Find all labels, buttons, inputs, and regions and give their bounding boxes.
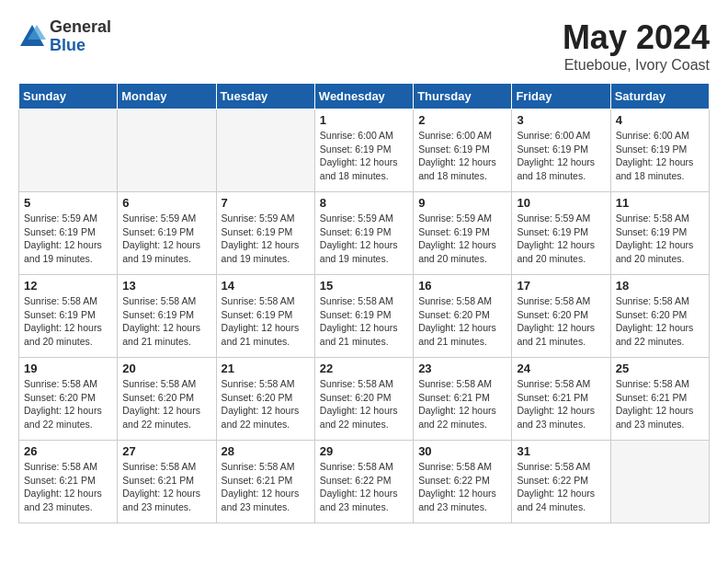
calendar-cell: 10Sunrise: 5:59 AM Sunset: 6:19 PM Dayli…	[512, 192, 610, 275]
logo: General Blue	[18, 18, 111, 55]
day-info: Sunrise: 5:58 AM Sunset: 6:20 PM Dayligh…	[616, 294, 704, 349]
calendar-cell	[118, 109, 216, 192]
weekday-header: Saturday	[610, 84, 709, 109]
day-info: Sunrise: 5:58 AM Sunset: 6:22 PM Dayligh…	[418, 460, 506, 514]
calendar-cell: 3Sunrise: 6:00 AM Sunset: 6:19 PM Daylig…	[512, 109, 610, 192]
weekday-header: Wednesday	[314, 84, 413, 109]
day-number: 29	[320, 444, 408, 458]
calendar-cell: 19Sunrise: 5:58 AM Sunset: 6:20 PM Dayli…	[19, 358, 118, 441]
calendar-cell: 8Sunrise: 5:59 AM Sunset: 6:19 PM Daylig…	[314, 192, 413, 275]
calendar-cell	[216, 109, 314, 192]
weekday-header: Thursday	[414, 84, 512, 109]
day-number: 26	[24, 444, 112, 458]
logo-general: General	[50, 18, 111, 37]
calendar-cell: 18Sunrise: 5:58 AM Sunset: 6:20 PM Dayli…	[610, 275, 709, 358]
day-number: 17	[517, 279, 605, 293]
day-info: Sunrise: 5:58 AM Sunset: 6:22 PM Dayligh…	[517, 460, 605, 514]
day-number: 12	[24, 279, 112, 293]
calendar-week-row: 5Sunrise: 5:59 AM Sunset: 6:19 PM Daylig…	[19, 192, 710, 275]
day-info: Sunrise: 5:58 AM Sunset: 6:19 PM Dayligh…	[616, 212, 704, 266]
calendar-cell: 16Sunrise: 5:58 AM Sunset: 6:20 PM Dayli…	[414, 275, 512, 358]
main-title: May 2024	[563, 18, 710, 57]
day-number: 16	[418, 279, 506, 293]
calendar-cell: 26Sunrise: 5:58 AM Sunset: 6:21 PM Dayli…	[19, 441, 118, 523]
calendar-cell: 12Sunrise: 5:58 AM Sunset: 6:19 PM Dayli…	[19, 275, 118, 358]
day-number: 15	[320, 279, 408, 293]
calendar: SundayMondayTuesdayWednesdayThursdayFrid…	[18, 83, 710, 523]
day-info: Sunrise: 5:58 AM Sunset: 6:20 PM Dayligh…	[418, 294, 506, 349]
calendar-cell: 27Sunrise: 5:58 AM Sunset: 6:21 PM Dayli…	[118, 441, 216, 523]
calendar-cell: 7Sunrise: 5:59 AM Sunset: 6:19 PM Daylig…	[216, 192, 314, 275]
day-number: 3	[517, 113, 605, 127]
weekday-header: Friday	[512, 84, 610, 109]
day-number: 2	[418, 113, 506, 127]
day-number: 22	[320, 362, 408, 375]
logo-blue: Blue	[50, 37, 111, 55]
day-number: 19	[24, 362, 112, 375]
day-info: Sunrise: 5:58 AM Sunset: 6:19 PM Dayligh…	[122, 294, 210, 349]
day-info: Sunrise: 5:58 AM Sunset: 6:20 PM Dayligh…	[122, 377, 210, 431]
day-info: Sunrise: 5:58 AM Sunset: 6:20 PM Dayligh…	[222, 377, 310, 431]
calendar-cell: 4Sunrise: 6:00 AM Sunset: 6:19 PM Daylig…	[610, 109, 709, 192]
day-number: 18	[616, 279, 704, 293]
day-number: 23	[418, 362, 506, 375]
day-info: Sunrise: 5:58 AM Sunset: 6:19 PM Dayligh…	[24, 294, 112, 349]
calendar-body: 1Sunrise: 6:00 AM Sunset: 6:19 PM Daylig…	[19, 109, 710, 523]
calendar-week-row: 19Sunrise: 5:58 AM Sunset: 6:20 PM Dayli…	[19, 358, 710, 441]
day-info: Sunrise: 5:58 AM Sunset: 6:19 PM Dayligh…	[320, 294, 408, 349]
calendar-cell: 24Sunrise: 5:58 AM Sunset: 6:21 PM Dayli…	[512, 358, 610, 441]
calendar-cell: 13Sunrise: 5:58 AM Sunset: 6:19 PM Dayli…	[118, 275, 216, 358]
calendar-cell: 21Sunrise: 5:58 AM Sunset: 6:20 PM Dayli…	[216, 358, 314, 441]
calendar-cell: 29Sunrise: 5:58 AM Sunset: 6:22 PM Dayli…	[314, 441, 413, 523]
day-number: 7	[222, 196, 310, 210]
calendar-cell: 22Sunrise: 5:58 AM Sunset: 6:20 PM Dayli…	[314, 358, 413, 441]
calendar-cell: 6Sunrise: 5:59 AM Sunset: 6:19 PM Daylig…	[118, 192, 216, 275]
calendar-cell: 5Sunrise: 5:59 AM Sunset: 6:19 PM Daylig…	[19, 192, 118, 275]
calendar-cell: 2Sunrise: 6:00 AM Sunset: 6:19 PM Daylig…	[414, 109, 512, 192]
calendar-cell: 30Sunrise: 5:58 AM Sunset: 6:22 PM Dayli…	[414, 441, 512, 523]
calendar-cell: 11Sunrise: 5:58 AM Sunset: 6:19 PM Dayli…	[610, 192, 709, 275]
day-number: 6	[122, 196, 210, 210]
day-info: Sunrise: 5:58 AM Sunset: 6:19 PM Dayligh…	[222, 294, 310, 349]
day-info: Sunrise: 5:58 AM Sunset: 6:21 PM Dayligh…	[222, 460, 310, 514]
day-info: Sunrise: 6:00 AM Sunset: 6:19 PM Dayligh…	[320, 129, 408, 183]
day-number: 24	[517, 362, 605, 375]
day-info: Sunrise: 5:58 AM Sunset: 6:21 PM Dayligh…	[122, 460, 210, 514]
calendar-cell: 23Sunrise: 5:58 AM Sunset: 6:21 PM Dayli…	[414, 358, 512, 441]
subtitle: Etueboue, Ivory Coast	[563, 57, 710, 74]
calendar-cell	[19, 109, 118, 192]
calendar-cell: 15Sunrise: 5:58 AM Sunset: 6:19 PM Dayli…	[314, 275, 413, 358]
calendar-cell: 9Sunrise: 5:59 AM Sunset: 6:19 PM Daylig…	[414, 192, 512, 275]
day-info: Sunrise: 5:58 AM Sunset: 6:20 PM Dayligh…	[320, 377, 408, 431]
day-info: Sunrise: 5:59 AM Sunset: 6:19 PM Dayligh…	[517, 212, 605, 266]
day-number: 28	[222, 444, 310, 458]
calendar-cell	[610, 441, 709, 523]
day-info: Sunrise: 5:58 AM Sunset: 6:21 PM Dayligh…	[517, 377, 605, 431]
day-info: Sunrise: 6:00 AM Sunset: 6:19 PM Dayligh…	[517, 129, 605, 183]
day-info: Sunrise: 5:59 AM Sunset: 6:19 PM Dayligh…	[320, 212, 408, 266]
day-info: Sunrise: 6:00 AM Sunset: 6:19 PM Dayligh…	[418, 129, 506, 183]
calendar-cell: 25Sunrise: 5:58 AM Sunset: 6:21 PM Dayli…	[610, 358, 709, 441]
day-info: Sunrise: 5:58 AM Sunset: 6:20 PM Dayligh…	[517, 294, 605, 349]
calendar-week-row: 12Sunrise: 5:58 AM Sunset: 6:19 PM Dayli…	[19, 275, 710, 358]
day-number: 25	[616, 362, 704, 375]
day-info: Sunrise: 6:00 AM Sunset: 6:19 PM Dayligh…	[616, 129, 704, 183]
day-number: 9	[418, 196, 506, 210]
day-number: 21	[222, 362, 310, 375]
day-info: Sunrise: 5:59 AM Sunset: 6:19 PM Dayligh…	[222, 212, 310, 266]
weekday-header: Tuesday	[216, 84, 314, 109]
calendar-week-row: 26Sunrise: 5:58 AM Sunset: 6:21 PM Dayli…	[19, 441, 710, 523]
day-number: 10	[517, 196, 605, 210]
day-number: 4	[616, 113, 704, 127]
day-number: 13	[122, 279, 210, 293]
day-number: 14	[222, 279, 310, 293]
header: General Blue May 2024 Etueboue, Ivory Co…	[18, 18, 710, 74]
calendar-header: SundayMondayTuesdayWednesdayThursdayFrid…	[19, 84, 710, 109]
day-info: Sunrise: 5:59 AM Sunset: 6:19 PM Dayligh…	[122, 212, 210, 266]
calendar-cell: 31Sunrise: 5:58 AM Sunset: 6:22 PM Dayli…	[512, 441, 610, 523]
calendar-week-row: 1Sunrise: 6:00 AM Sunset: 6:19 PM Daylig…	[19, 109, 710, 192]
day-number: 30	[418, 444, 506, 458]
weekday-header: Sunday	[19, 84, 118, 109]
calendar-cell: 20Sunrise: 5:58 AM Sunset: 6:20 PM Dayli…	[118, 358, 216, 441]
day-info: Sunrise: 5:58 AM Sunset: 6:21 PM Dayligh…	[616, 377, 704, 431]
